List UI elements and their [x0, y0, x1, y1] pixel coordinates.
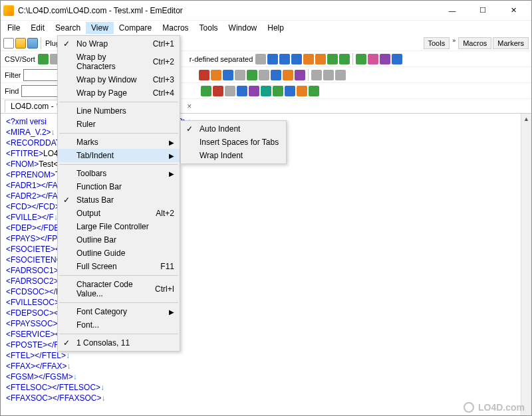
find-icon[interactable]	[201, 86, 211, 96]
submenu-item-wrap-indent[interactable]: Wrap Indent	[181, 149, 286, 162]
tab-indent-submenu: ✓Auto IndentInsert Spaces for TabsWrap I…	[180, 120, 287, 164]
editor-line: <FGSM></FGSM>↓	[6, 371, 526, 382]
find-label: Find	[3, 87, 20, 95]
markers-tab[interactable]: Markers	[493, 37, 529, 49]
tb-icon[interactable]	[255, 54, 266, 64]
menu-item-no-wrap[interactable]: ✓No WrapCtrl+1	[58, 37, 180, 51]
view-menu-dropdown: ✓No WrapCtrl+1Wrap by CharactersCtrl+2Wr…	[57, 35, 180, 352]
file-tab-name: LO4D.com -	[11, 102, 54, 111]
csv-icon[interactable]	[38, 54, 49, 64]
menu-item-tab-indent[interactable]: Tab/Indent▶	[58, 149, 180, 162]
separated-text: r-defined separated	[188, 55, 254, 63]
find-icon[interactable]	[273, 86, 283, 96]
menu-window[interactable]: Window	[223, 22, 263, 34]
menu-item-outline-bar[interactable]: Outline Bar	[58, 233, 180, 247]
filter-icon[interactable]	[271, 70, 281, 80]
editor-line: <FTELSOC></FTELSOC>↓	[6, 382, 526, 393]
menu-compare[interactable]: Compare	[114, 22, 157, 34]
arrow-right-icon[interactable]	[309, 86, 319, 96]
open-icon[interactable]	[15, 38, 26, 49]
tb-icon[interactable]	[267, 54, 278, 64]
submenu-item-insert-spaces-for-tabs[interactable]: Insert Spaces for Tabs	[181, 136, 286, 149]
tb-icon[interactable]	[368, 54, 378, 64]
menu-item-wrap-by-page[interactable]: Wrap by PageCtrl+4	[58, 86, 180, 100]
menu-item-status-bar[interactable]: ✓Status Bar	[58, 193, 180, 207]
find-icon[interactable]	[249, 86, 259, 96]
submenu-item-auto-indent[interactable]: ✓Auto Indent	[181, 122, 286, 136]
filter-icon[interactable]	[323, 70, 334, 80]
menu-item-ruler[interactable]: Ruler	[58, 118, 180, 131]
filter-icon[interactable]	[311, 70, 322, 80]
find-icon[interactable]	[225, 86, 235, 96]
menu-item-character-code-value-[interactable]: Character Code Value...Ctrl+I	[58, 278, 180, 300]
tools-tab[interactable]: Tools	[424, 37, 450, 49]
tab-close-icon[interactable]: ×	[187, 102, 192, 111]
file-tab[interactable]: LO4D.com - *	[5, 100, 65, 112]
menu-file[interactable]: File	[2, 22, 25, 34]
menu-item-outline-guide[interactable]: Outline Guide	[58, 247, 180, 260]
lock-icon[interactable]	[283, 70, 293, 80]
chevron-icon[interactable]: »	[451, 37, 457, 49]
new-icon[interactable]	[3, 38, 14, 49]
menu-item-output[interactable]: OutputAlt+2	[58, 207, 180, 220]
menu-item-toolbars[interactable]: Toolbars▶	[58, 167, 180, 180]
menu-search[interactable]: Search	[50, 22, 86, 34]
menu-tools[interactable]: Tools	[194, 22, 223, 34]
menu-help[interactable]: Help	[262, 22, 289, 34]
window-title: C:\LO4D.com\LO4D.com - Test.xml - EmEdit…	[18, 6, 437, 15]
minimize-button[interactable]: —	[437, 1, 467, 21]
menu-item-1-consolas-11[interactable]: ✓1 Consolas, 11	[58, 336, 180, 350]
editor-line: <FFAX></FFAX>↓	[6, 361, 526, 371]
sort-asc-icon[interactable]	[279, 54, 290, 64]
tb-icon[interactable]	[303, 54, 314, 64]
app-icon	[3, 5, 14, 16]
scroll-up-icon[interactable]: ▲	[521, 114, 531, 124]
find-icon[interactable]	[285, 86, 295, 96]
find-icon[interactable]	[237, 86, 247, 96]
filter-icon[interactable]	[199, 70, 209, 80]
menu-edit[interactable]: Edit	[25, 22, 50, 34]
menu-macros[interactable]: Macros	[157, 22, 194, 34]
csv-sort-label: CSV/Sort	[3, 55, 37, 63]
tb-icon[interactable]	[339, 54, 350, 64]
filter-icon[interactable]	[259, 70, 269, 80]
filter-icon[interactable]	[235, 70, 245, 80]
tb-icon[interactable]	[380, 54, 390, 64]
save-icon[interactable]	[27, 38, 38, 49]
filter-icon[interactable]	[247, 70, 257, 80]
macros-tab[interactable]: Macros	[458, 37, 491, 49]
maximize-button[interactable]: ☐	[467, 1, 498, 21]
vertical-scrollbar[interactable]: ▲	[521, 114, 531, 416]
filter-icon[interactable]	[295, 70, 305, 80]
menu-item-large-file-controller[interactable]: Large File Controller	[58, 220, 180, 233]
filter-icon[interactable]	[335, 70, 346, 80]
tb-icon[interactable]	[392, 54, 402, 64]
editor-line: <FTEL></FTEL>↓	[6, 350, 526, 361]
find-icon[interactable]	[213, 86, 223, 96]
close-button[interactable]: ✕	[498, 1, 529, 21]
tb-icon[interactable]	[315, 54, 326, 64]
editor-line: <FFAXSOC></FFAXSOC>↓	[6, 393, 526, 403]
filter-icon[interactable]	[223, 70, 233, 80]
tb-icon[interactable]	[356, 54, 366, 64]
menu-item-font-category[interactable]: Font Category▶	[58, 305, 180, 318]
menu-item-line-numbers[interactable]: Line Numbers	[58, 104, 180, 118]
tb-icon[interactable]	[327, 54, 338, 64]
find-icon[interactable]	[297, 86, 307, 96]
menu-item-full-screen[interactable]: Full ScreenF11	[58, 260, 180, 273]
menu-item-function-bar[interactable]: Function Bar	[58, 180, 180, 193]
filter-label: Filter	[3, 71, 22, 79]
filter-icon[interactable]	[211, 70, 221, 80]
menu-bar: FileEditSearchViewCompareMacrosToolsWind…	[1, 21, 531, 35]
menu-item-wrap-by-window[interactable]: Wrap by WindowCtrl+3	[58, 73, 180, 86]
title-bar: C:\LO4D.com\LO4D.com - Test.xml - EmEdit…	[1, 1, 531, 21]
menu-item-wrap-by-characters[interactable]: Wrap by CharactersCtrl+2	[58, 51, 180, 73]
find-icon[interactable]	[261, 86, 271, 96]
menu-view[interactable]: View	[86, 22, 114, 34]
menu-item-marks[interactable]: Marks▶	[58, 136, 180, 149]
menu-item-font-[interactable]: Font...	[58, 318, 180, 332]
sort-desc-icon[interactable]	[291, 54, 302, 64]
